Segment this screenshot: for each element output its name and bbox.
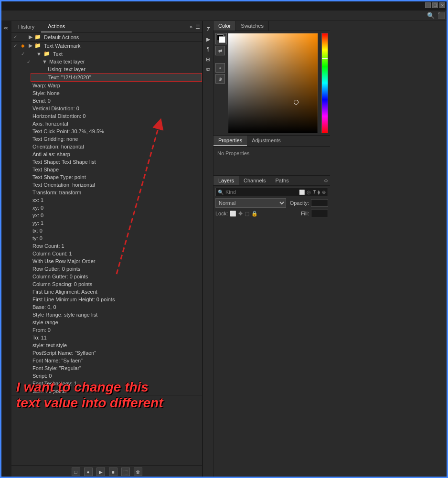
cs-row[interactable]: Column Spacing: 0 points: [31, 280, 202, 288]
xy-row[interactable]: xy: 0: [31, 204, 202, 212]
menu-bar: 🔍 ⬛: [0, 11, 448, 21]
opacity-input[interactable]: [311, 199, 328, 207]
to-row[interactable]: Text Orientation: horizontal: [31, 181, 202, 189]
antialias-row[interactable]: Anti-alias: sharp: [31, 150, 202, 158]
text-watermark-row[interactable]: ✓ ◆ ▶ 📁 Text Watermark: [11, 42, 202, 50]
minimize-button[interactable]: —: [425, 2, 431, 8]
text-watermark-group: ✓ ◆ ▶ 📁 Text Watermark ✓ ▼ 📁 Text ✓: [11, 42, 202, 395]
lock-pixels-icon[interactable]: ⬜: [230, 211, 236, 217]
tcp-label: Text Click Point: 30.7%, 49.5%: [32, 128, 200, 134]
tst-row[interactable]: Text Shape Type: point: [31, 173, 202, 181]
eyedropper-icon[interactable]: ⊕: [215, 74, 225, 84]
color-gradient[interactable]: [228, 33, 318, 133]
to2-row[interactable]: To: 11: [31, 334, 202, 341]
delete-button[interactable]: 🗑: [134, 467, 142, 476]
default-actions-label: Default Actions: [44, 34, 200, 40]
psn-label: PostScript Name: "Sylfaen": [32, 350, 200, 356]
tab-paths[interactable]: Paths: [271, 176, 294, 185]
sty-row[interactable]: style: text style: [31, 341, 202, 349]
tab-actions[interactable]: Actions: [41, 21, 72, 32]
warp-row[interactable]: Warp: Warp: [31, 82, 202, 89]
stop-button[interactable]: □: [72, 467, 80, 476]
sc-row[interactable]: Script: 0: [31, 372, 202, 380]
lock-move-icon[interactable]: ⬚: [245, 211, 249, 217]
panel-options-icon[interactable]: ☰: [195, 24, 200, 30]
cc-row[interactable]: Column Count: 1: [31, 250, 202, 257]
to-label: Text Orientation: horizontal: [32, 182, 200, 188]
layers-options-icon[interactable]: ⚙: [322, 176, 330, 185]
sr-row[interactable]: Style Range: style range list: [31, 311, 202, 319]
type-tool-icon[interactable]: T: [204, 25, 213, 33]
vert-dist-row[interactable]: Vertical Distortion: 0: [31, 105, 202, 112]
tab-layers[interactable]: Layers: [213, 176, 239, 185]
rg-label: Row Gutter: 0 points: [32, 266, 200, 272]
collapse-icon[interactable]: ≪: [1, 23, 11, 32]
maximize-button[interactable]: ❐: [432, 2, 438, 8]
lock-position-icon[interactable]: ✥: [238, 211, 243, 217]
flmh-row[interactable]: First Line Minimum Height: 0 points: [31, 296, 202, 303]
tab-adjustments[interactable]: Adjustments: [247, 136, 286, 146]
tr-row[interactable]: Transform: transform: [31, 189, 202, 196]
play-strip-icon[interactable]: ▶: [204, 35, 213, 43]
blend-mode-select[interactable]: Normal: [215, 198, 286, 208]
tcp-row[interactable]: Text Click Point: 30.7%, 49.5%: [31, 127, 202, 135]
text-orient-icon[interactable]: ⊞: [204, 55, 213, 64]
folder-text-icon: 📁: [43, 51, 50, 57]
text-group-row[interactable]: ✓ ▼ 📁 Text: [19, 50, 202, 58]
fs-row[interactable]: Font Style: "Regular": [31, 364, 202, 372]
yx-row[interactable]: yx: 0: [31, 212, 202, 219]
para-icon[interactable]: ¶: [204, 45, 213, 53]
fn-label: Font Name: "Sylfaen": [32, 358, 200, 363]
color-mode-icon[interactable]: ●: [215, 63, 225, 73]
search-icon[interactable]: 🔍: [427, 12, 435, 19]
orient-row[interactable]: Orientation: horizontal: [31, 143, 202, 150]
text-value-row[interactable]: Text: "12/14/2020": [31, 73, 202, 82]
yy-row[interactable]: yy: 1: [31, 219, 202, 227]
swap-colors-btn[interactable]: ⇄: [215, 46, 225, 55]
base-row[interactable]: Base: 0, 0: [31, 303, 202, 311]
make-text-layer-row[interactable]: ✓ ▼ Make text layer: [25, 58, 202, 65]
rc-row[interactable]: Row Count: 1: [31, 242, 202, 250]
rmo-row[interactable]: With Use Row Major Order: [31, 257, 202, 265]
tab-properties[interactable]: Properties: [213, 136, 247, 146]
lock-all-icon[interactable]: 🔒: [251, 211, 258, 217]
bend-row[interactable]: Bend: 0: [31, 97, 202, 105]
from-row[interactable]: From: 0: [31, 326, 202, 334]
close-button[interactable]: ✕: [439, 2, 445, 8]
expand-arrows-icon[interactable]: »: [190, 24, 192, 30]
fill-label: Fill:: [301, 211, 309, 216]
foreground-bg-swatch[interactable]: [215, 33, 227, 44]
panel-icon[interactable]: ⬛: [437, 12, 445, 19]
fn-row[interactable]: Font Name: "Sylfaen": [31, 357, 202, 364]
default-actions-row[interactable]: ✓ ▶ 📁 Default Actions: [11, 33, 202, 41]
fill-input[interactable]: [311, 210, 328, 217]
tab-channels[interactable]: Channels: [239, 176, 270, 185]
new-set-button[interactable]: ⬚: [121, 467, 130, 476]
shape-icon: ⧫: [318, 190, 320, 195]
tg-label: Text Gridding: none: [32, 136, 200, 142]
play-button[interactable]: ▶: [96, 467, 105, 476]
psn-row[interactable]: PostScript Name: "Sylfaen": [31, 349, 202, 357]
layers-search-input[interactable]: [225, 189, 297, 195]
ty-row[interactable]: ty: 0: [31, 234, 202, 242]
using-text-layer-row[interactable]: Using: text layer: [31, 65, 202, 73]
fla-row[interactable]: First Line Alignment: Ascent: [31, 288, 202, 296]
ts2-row[interactable]: Text Shape: [31, 166, 202, 173]
style-row[interactable]: Style: None: [31, 89, 202, 97]
copy-icon[interactable]: ⧉: [204, 65, 213, 74]
cg-row[interactable]: Column Gutter: 0 points: [31, 273, 202, 280]
horiz-dist-row[interactable]: Horizontal Distortion: 0: [31, 112, 202, 120]
xx-row[interactable]: xx: 1: [31, 196, 202, 204]
tg-row[interactable]: Text Gridding: none: [31, 135, 202, 143]
tab-color[interactable]: Color: [213, 21, 236, 31]
tab-history[interactable]: History: [11, 21, 41, 32]
sr2-row[interactable]: style range: [31, 319, 202, 326]
record-button[interactable]: ●: [84, 467, 93, 476]
new-action-button[interactable]: ■: [109, 467, 117, 476]
tab-swatches[interactable]: Swatches: [236, 21, 269, 31]
bx-row[interactable]: tx: 0: [31, 227, 202, 234]
axis-row[interactable]: Axis: horizontal: [31, 120, 202, 127]
ts-row[interactable]: Text Shape: Text Shape list: [31, 158, 202, 166]
color-hue-bar[interactable]: [321, 33, 328, 133]
rg-row[interactable]: Row Gutter: 0 points: [31, 265, 202, 273]
